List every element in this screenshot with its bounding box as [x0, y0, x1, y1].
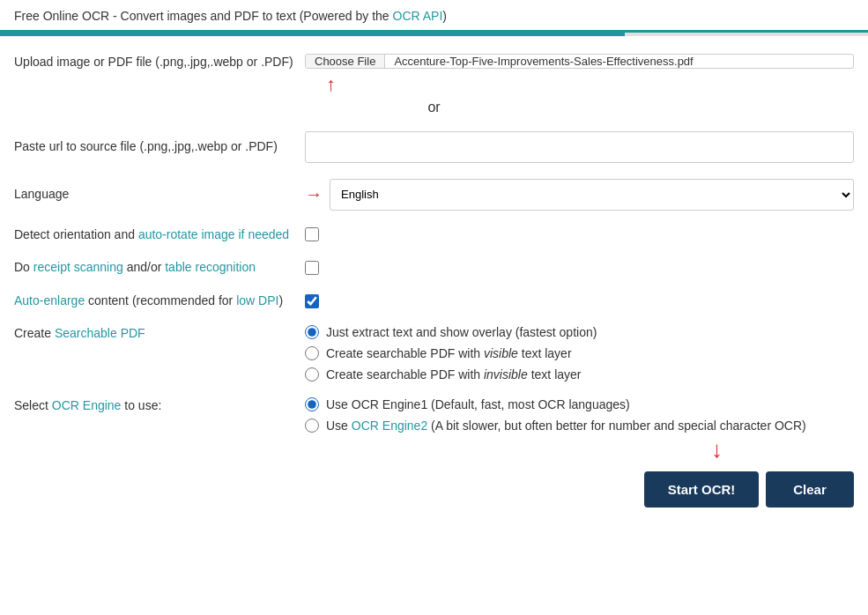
detect-orientation-label: Detect orientation and auto-rotate image…: [14, 226, 305, 244]
main-content: Upload image or PDF file (.png,.jpg,.web…: [0, 36, 868, 463]
language-select[interactable]: English: [330, 179, 854, 211]
auto-rotate-link[interactable]: auto-rotate image if needed: [138, 227, 289, 241]
ocr-engine2-option: Use OCR Engine2 (A bit slower, but often…: [305, 419, 854, 433]
url-row: Paste url to source file (.png,.jpg,.web…: [14, 131, 854, 163]
auto-enlarge-label: Auto-enlarge content (recommended for lo…: [14, 293, 305, 310]
url-label: Paste url to source file (.png,.jpg,.web…: [14, 138, 305, 156]
header-text-after: ): [442, 9, 447, 23]
url-input[interactable]: [305, 131, 854, 163]
searchable-pdf-link[interactable]: Searchable PDF: [55, 326, 145, 340]
receipt-scanning-checkbox[interactable]: [305, 261, 319, 275]
ocr-api-link[interactable]: OCR API: [393, 9, 443, 23]
down-arrow-icon: ↓: [711, 436, 723, 463]
pdf-option-invisible: Create searchable PDF with invisible tex…: [305, 367, 854, 382]
low-dpi-link[interactable]: low DPI: [236, 293, 278, 308]
upload-arrow-up-icon: ↑: [326, 75, 336, 94]
searchable-pdf-row: Create Searchable PDF Just extract text …: [14, 325, 854, 382]
ocr-engine-link[interactable]: OCR Engine: [52, 398, 122, 412]
searchable-pdf-options: Just extract text and show overlay (fast…: [305, 325, 854, 382]
ocr-engine-row: Select OCR Engine to use: Use OCR Engine…: [14, 397, 854, 433]
language-label: Language: [14, 186, 305, 204]
detect-orientation-row: Detect orientation and auto-rotate image…: [14, 226, 854, 244]
page-header: Free Online OCR - Convert images and PDF…: [0, 0, 868, 33]
header-text-before: Free Online OCR - Convert images and PDF…: [14, 9, 393, 23]
start-ocr-button[interactable]: Start OCR!: [644, 471, 759, 508]
visible-italic: visible: [484, 346, 518, 360]
receipt-scanning-label: Do receipt scanning and/or table recogni…: [14, 259, 305, 277]
pdf-option-visible: Create searchable PDF with visible text …: [305, 346, 854, 360]
pdf-radio-invisible-label[interactable]: Create searchable PDF with invisible tex…: [326, 367, 581, 382]
detect-orientation-checkbox[interactable]: [305, 227, 319, 241]
receipt-scanning-link[interactable]: receipt scanning: [33, 260, 123, 274]
language-row: Language → English: [14, 179, 854, 211]
auto-enlarge-row: Auto-enlarge content (recommended for lo…: [14, 293, 854, 310]
ocr-engine-options: Use OCR Engine1 (Default, fast, most OCR…: [305, 397, 854, 433]
pdf-radio-visible-label[interactable]: Create searchable PDF with visible text …: [326, 346, 572, 360]
ocr-engine2-label[interactable]: Use OCR Engine2 (A bit slower, but often…: [326, 419, 806, 433]
pdf-radio-invisible[interactable]: [305, 367, 319, 382]
pdf-radio-overlay[interactable]: [305, 325, 319, 339]
searchable-pdf-label: Create Searchable PDF: [14, 325, 305, 343]
bottom-bar: ↓ Start OCR! Clear: [0, 463, 868, 525]
pdf-radio-visible[interactable]: [305, 346, 319, 360]
or-divider: or: [14, 100, 854, 115]
file-name-display: Accenture-Top-Five-Improvements-Sales-Ef…: [385, 55, 853, 68]
upload-label: Upload image or PDF file (.png,.jpg,.web…: [14, 54, 305, 71]
auto-enlarge-link[interactable]: Auto-enlarge: [14, 293, 85, 308]
pdf-option-overlay: Just extract text and show overlay (fast…: [305, 325, 854, 339]
language-row-inner: → English: [305, 179, 854, 211]
ocr-engine-label: Select OCR Engine to use:: [14, 397, 305, 415]
receipt-scanning-row: Do receipt scanning and/or table recogni…: [14, 259, 854, 277]
pdf-radio-overlay-label[interactable]: Just extract text and show overlay (fast…: [326, 325, 597, 339]
ocr-engine1-radio[interactable]: [305, 397, 319, 411]
table-recognition-link[interactable]: table recognition: [165, 260, 256, 274]
upload-arrow-container: ↑: [326, 75, 854, 94]
ocr-engine1-label[interactable]: Use OCR Engine1 (Default, fast, most OCR…: [326, 397, 630, 411]
file-input-wrapper: Choose File Accenture-Top-Five-Improveme…: [305, 54, 854, 69]
ocr-engine2-link[interactable]: OCR Engine2: [352, 419, 427, 433]
clear-button[interactable]: Clear: [766, 471, 854, 508]
ocr-engine1-option: Use OCR Engine1 (Default, fast, most OCR…: [305, 397, 854, 411]
language-arrow-right-icon: →: [305, 184, 323, 204]
invisible-italic: invisible: [484, 367, 528, 382]
ocr-engine2-radio[interactable]: [305, 419, 319, 433]
choose-file-button[interactable]: Choose File: [306, 55, 385, 68]
auto-enlarge-checkbox[interactable]: [305, 294, 319, 308]
